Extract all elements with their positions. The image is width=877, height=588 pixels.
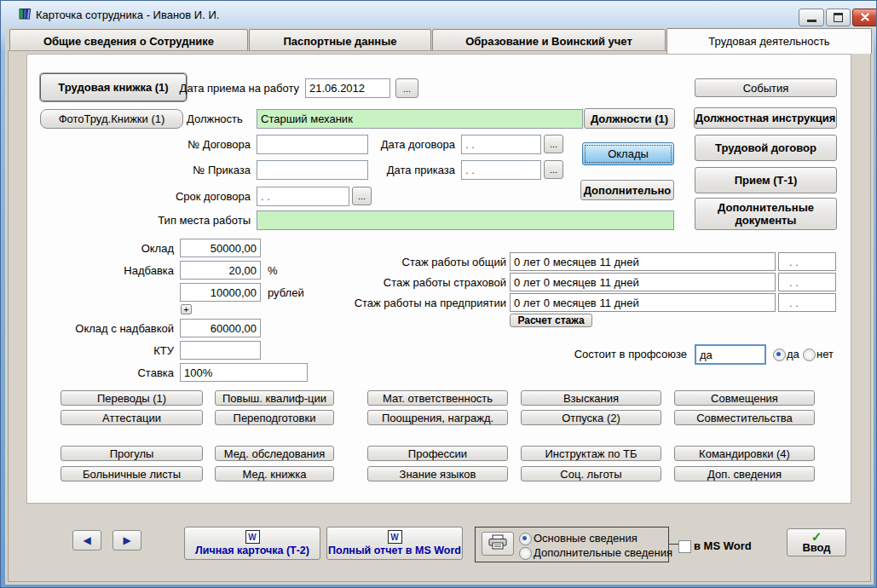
tab-education-military[interactable]: Образование и Воинский учет xyxy=(432,29,666,53)
additional-documents-button[interactable]: Дополнительные документы xyxy=(695,198,837,230)
job-instruction-button[interactable]: Должностная инструкция xyxy=(694,107,837,129)
ktu-input[interactable] xyxy=(180,341,261,360)
material-responsibility-button[interactable]: Мат. ответственность xyxy=(367,390,508,406)
close-button[interactable] xyxy=(852,9,877,26)
ktu-label: КТУ xyxy=(89,344,174,357)
safety-briefing-button[interactable]: Инструктаж по ТБ xyxy=(521,446,661,461)
close-icon xyxy=(861,11,869,24)
main-info-radio[interactable] xyxy=(519,533,532,545)
groupbox-connector xyxy=(669,544,678,545)
window-title: Карточка сотрудника - Иванов И. И. xyxy=(36,9,219,21)
union-no-radio[interactable] xyxy=(803,349,816,361)
labor-contract-button[interactable]: Трудовой договор xyxy=(695,135,837,161)
contract-no-input[interactable] xyxy=(257,135,368,154)
ms-word-checkbox[interactable] xyxy=(678,540,691,553)
union-input[interactable]: да xyxy=(695,344,766,365)
professions-button[interactable]: Профессии xyxy=(367,446,508,461)
experience-total-date[interactable]: . . xyxy=(778,252,836,271)
restore-icon xyxy=(834,13,843,22)
qualification-upgrade-button[interactable]: Повыш. квалиф-ции xyxy=(215,390,334,406)
transfers-button[interactable]: Переводы (1) xyxy=(61,390,203,406)
salary-label: Оклад xyxy=(89,242,174,255)
experience-total-value[interactable]: 0 лет 0 месяцев 11 дней xyxy=(510,252,776,271)
order-date-input[interactable]: . . xyxy=(461,160,541,180)
events-button[interactable]: События xyxy=(695,78,837,97)
word-icon: W xyxy=(245,530,260,544)
enter-button-label: Ввод xyxy=(802,542,830,554)
personal-card-t2-button[interactable]: W Личная карточка (Т-2) xyxy=(184,527,320,560)
enter-button[interactable]: ✓ Ввод xyxy=(787,528,846,556)
contract-term-input[interactable]: . . xyxy=(257,187,349,206)
minimize-button[interactable] xyxy=(799,9,824,26)
sick-leaves-button[interactable]: Больничные листы xyxy=(61,466,203,481)
medical-book-button[interactable]: Мед. книжка xyxy=(215,466,334,481)
experience-insurance-date[interactable]: . . xyxy=(778,273,836,291)
position-label: Должность xyxy=(187,112,243,125)
positions-button[interactable]: Должности (1) xyxy=(584,108,675,129)
tab-passport-data[interactable]: Паспортные данные xyxy=(249,29,431,53)
main-info-radio-label: Основные сведения xyxy=(534,532,638,545)
penalties-button[interactable]: Взыскания xyxy=(521,390,661,406)
additional-button[interactable]: Дополнительно xyxy=(580,180,674,200)
union-yes-label: да xyxy=(787,348,799,360)
hire-date-picker-button[interactable]: ... xyxy=(395,78,418,98)
restore-button[interactable] xyxy=(826,9,851,26)
print-button[interactable] xyxy=(482,532,514,556)
vacations-button[interactable]: Отпуска (2) xyxy=(521,410,661,425)
prev-record-button[interactable]: ◀ xyxy=(72,530,101,551)
union-yes-radio[interactable] xyxy=(773,349,786,361)
tab-general-info[interactable]: Общие сведения о Сотруднике xyxy=(9,29,248,53)
plus-button[interactable]: + xyxy=(181,304,192,314)
photo-work-book-button[interactable]: ФотоТруд.Книжки (1) xyxy=(40,109,183,129)
hire-date-label: Дата приема на работу xyxy=(163,82,299,95)
position-input[interactable]: Старший механик xyxy=(257,109,583,129)
order-date-label: Дата приказа xyxy=(366,164,455,176)
salary-with-bonus-input[interactable]: 60000,00 xyxy=(180,319,261,337)
rewards-button[interactable]: Поощрения, награжд. xyxy=(367,410,508,425)
bonus-label: Надбавка xyxy=(89,264,174,277)
retraining-button[interactable]: Переподготовки xyxy=(215,410,334,425)
contract-date-input[interactable]: . . xyxy=(461,135,541,154)
next-record-button[interactable]: ▶ xyxy=(113,530,141,551)
social-benefits-button[interactable]: Соц. льготы xyxy=(521,466,661,481)
rate-input[interactable]: 100% xyxy=(180,363,308,382)
salary-with-bonus-label: Оклад с надбавкой xyxy=(55,322,174,335)
business-trips-button[interactable]: Командировки (4) xyxy=(674,446,815,461)
app-icon xyxy=(18,7,32,20)
additional-info-button[interactable]: Доп. сведения xyxy=(674,466,815,481)
medical-examinations-button[interactable]: Мед. обследования xyxy=(215,446,334,461)
salaries-button[interactable]: Оклады xyxy=(582,142,674,165)
bonus-rub-input[interactable]: 10000,00 xyxy=(180,283,261,302)
hire-date-input[interactable]: 21.06.2012 xyxy=(305,78,390,98)
next-icon: ▶ xyxy=(123,534,130,546)
salary-input[interactable]: 50000,00 xyxy=(180,239,261,257)
languages-button[interactable]: Знание языков xyxy=(367,466,508,481)
tab-labor-activity[interactable]: Трудовая деятельность xyxy=(666,28,872,54)
order-no-input[interactable] xyxy=(257,160,368,180)
additional-info-radio[interactable] xyxy=(519,547,532,560)
experience-insurance-value[interactable]: 0 лет 0 месяцев 11 дней xyxy=(510,273,776,291)
attestations-button[interactable]: Аттестации xyxy=(61,410,203,425)
order-date-picker-button[interactable]: ... xyxy=(544,160,563,179)
personal-card-t2-label: Личная карточка (Т-2) xyxy=(195,545,309,556)
full-report-word-button[interactable]: W Полный отчет в MS Word xyxy=(326,527,463,560)
contract-term-picker-button[interactable]: ... xyxy=(352,187,372,205)
contract-term-label: Срок договора xyxy=(157,190,251,203)
bonus-percent-input[interactable]: 20,00 xyxy=(180,261,261,280)
printer-icon xyxy=(488,534,508,553)
work-place-type-input[interactable] xyxy=(257,210,674,230)
combinations-button[interactable]: Совмещения xyxy=(674,390,815,406)
contract-date-picker-button[interactable]: ... xyxy=(544,135,563,153)
hiring-t1-button[interactable]: Прием (Т-1) xyxy=(695,167,837,193)
additional-info-radio-label: Дополнительные сведения xyxy=(534,546,672,559)
work-place-type-label: Тип места работы xyxy=(140,214,251,227)
experience-company-date[interactable]: . . xyxy=(778,293,836,312)
word-icon: W xyxy=(388,530,402,544)
order-no-label: № Приказа xyxy=(165,164,251,176)
experience-insurance-label: Стаж работы страховой xyxy=(329,276,506,289)
second-jobs-button[interactable]: Совместительства xyxy=(674,410,815,425)
calc-experience-button[interactable]: Расчет стажа xyxy=(510,314,592,327)
absences-button[interactable]: Прогулы xyxy=(61,446,203,461)
rate-label: Ставка xyxy=(89,366,174,379)
experience-company-value[interactable]: 0 лет 0 месяцев 11 дней xyxy=(510,293,776,312)
